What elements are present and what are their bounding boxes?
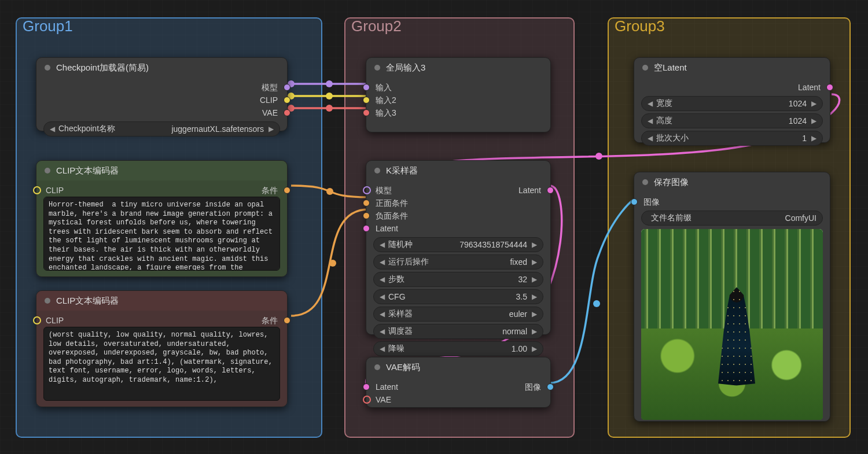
checkpoint-loader-node[interactable]: Checkpoint加载器(简易) 模型 CLIP VAE ◀ Checkpoi… — [36, 57, 288, 131]
output-clip[interactable]: CLIP — [43, 94, 280, 106]
collapse-icon[interactable] — [45, 65, 50, 71]
output-conditioning[interactable]: 条件 — [262, 314, 280, 327]
input-image[interactable]: 图像 — [641, 195, 823, 208]
group-3-title: Group3 — [615, 17, 665, 35]
filename-prefix-widget[interactable]: 文件名前缀ComfyUI — [641, 211, 823, 226]
positive-prompt-textarea[interactable] — [43, 197, 280, 271]
node-title: 保存图像 — [654, 177, 689, 188]
node-header[interactable]: 全局输入3 — [366, 58, 550, 77]
output-vae[interactable]: VAE — [43, 106, 280, 119]
collapse-icon[interactable] — [45, 298, 50, 304]
clip-text-encode-positive-node[interactable]: CLIP文本编码器 CLIP 条件 — [36, 160, 288, 277]
collapse-icon[interactable] — [642, 179, 648, 185]
collapse-icon[interactable] — [642, 65, 648, 71]
input-clip[interactable]: CLIP — [43, 184, 64, 197]
svg-point-1 — [326, 80, 333, 87]
svg-point-8 — [595, 153, 602, 160]
image-preview[interactable] — [641, 229, 823, 420]
node-header[interactable]: Checkpoint加载器(简易) — [36, 58, 287, 77]
svg-point-7 — [329, 260, 336, 267]
node-header[interactable]: 保存图像 — [634, 172, 830, 192]
node-title: VAE解码 — [386, 362, 420, 373]
seed-widget[interactable]: ◀随机种796343518754444▶ — [373, 237, 543, 252]
node-title: 空Latent — [654, 62, 687, 73]
node-title: Checkpoint加载器(简易) — [56, 62, 149, 73]
input-negative[interactable]: 负面条件 — [373, 209, 543, 222]
collapse-icon[interactable] — [374, 364, 380, 370]
ksampler-node[interactable]: K采样器 模型 Latent 正面条件 负面条件 — [366, 160, 551, 335]
node-title: CLIP文本编码器 — [56, 296, 119, 307]
input-3[interactable]: 输入3 — [373, 106, 543, 119]
vae-decode-node[interactable]: VAE解码 Latent 图像 VAE — [366, 357, 551, 408]
input-positive[interactable]: 正面条件 — [373, 197, 543, 209]
collapse-icon[interactable] — [45, 168, 50, 174]
svg-point-9 — [593, 300, 600, 307]
global-input-node[interactable]: 全局输入3 输入 输入2 输入3 — [366, 57, 551, 132]
node-header[interactable]: K采样器 — [366, 161, 550, 180]
input-latent[interactable]: Latent — [373, 222, 543, 235]
sampler-widget[interactable]: ◀采样器euler▶ — [373, 307, 543, 322]
group-2-title: Group2 — [351, 17, 402, 35]
output-latent[interactable]: Latent — [641, 81, 823, 94]
node-title: 全局输入3 — [386, 62, 425, 73]
svg-point-5 — [326, 105, 333, 112]
steps-widget[interactable]: ◀步数32▶ — [373, 272, 543, 287]
cfg-widget[interactable]: ◀CFG3.5▶ — [373, 289, 543, 304]
input-clip[interactable]: CLIP — [43, 314, 64, 327]
batch-widget[interactable]: ◀批次大小1▶ — [641, 131, 823, 146]
node-header[interactable]: 空Latent — [634, 58, 830, 77]
input-latent[interactable]: Latent — [373, 381, 398, 393]
save-image-node[interactable]: 保存图像 图像 文件名前缀ComfyUI — [634, 172, 830, 422]
node-title: K采样器 — [386, 165, 418, 176]
output-model[interactable]: 模型 — [43, 81, 280, 94]
negative-prompt-textarea[interactable] — [43, 327, 280, 401]
empty-latent-node[interactable]: 空Latent Latent ◀宽度1024▶ ◀高度1024▶ ◀批次大小1▶ — [634, 57, 830, 143]
node-header[interactable]: CLIP文本编码器 — [36, 291, 287, 311]
group-1-title: Group1 — [23, 17, 73, 35]
output-latent[interactable]: Latent — [518, 184, 543, 197]
node-header[interactable]: CLIP文本编码器 — [36, 161, 287, 180]
after-generate-widget[interactable]: ◀运行后操作fixed▶ — [373, 254, 543, 270]
denoise-widget[interactable]: ◀降噪1.00▶ — [373, 341, 543, 356]
node-title: CLIP文本编码器 — [56, 165, 119, 176]
output-image[interactable]: 图像 — [525, 381, 543, 393]
node-header[interactable]: VAE解码 — [366, 357, 550, 377]
input-vae[interactable]: VAE — [373, 393, 543, 406]
scheduler-widget[interactable]: ◀调度器normal▶ — [373, 324, 543, 339]
clip-text-encode-negative-node[interactable]: CLIP文本编码器 CLIP 条件 — [36, 290, 288, 407]
node-graph-canvas[interactable]: Group1 Group2 Group3 Checkpoint加载器(简易 — [0, 0, 868, 454]
height-widget[interactable]: ◀高度1024▶ — [641, 113, 823, 128]
input-model[interactable]: 模型 — [373, 184, 392, 197]
input-2[interactable]: 输入2 — [373, 94, 543, 106]
svg-point-3 — [326, 93, 333, 99]
checkpoint-name-widget[interactable]: ◀ Checkpoint名称 juggernautXL.safetensors … — [43, 121, 280, 136]
collapse-icon[interactable] — [374, 168, 380, 174]
output-conditioning[interactable]: 条件 — [262, 184, 280, 197]
svg-point-6 — [326, 188, 333, 195]
width-widget[interactable]: ◀宽度1024▶ — [641, 96, 823, 111]
collapse-icon[interactable] — [374, 65, 380, 71]
input-1[interactable]: 输入 — [373, 81, 543, 94]
